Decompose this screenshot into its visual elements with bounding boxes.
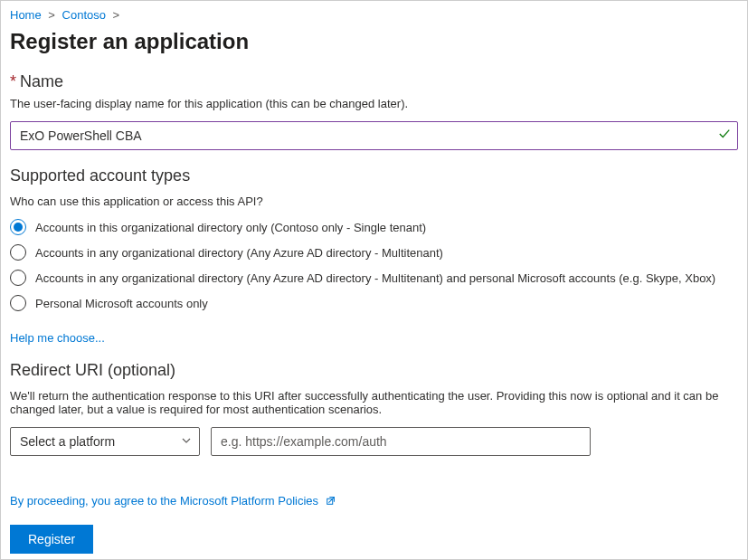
account-types-radio-group: Accounts in this organizational director… bbox=[10, 219, 738, 311]
external-link-icon bbox=[326, 495, 336, 508]
policy-link-text: By proceeding, you agree to the Microsof… bbox=[10, 494, 318, 508]
chevron-down-icon bbox=[181, 434, 192, 449]
radio-personal-only[interactable]: Personal Microsoft accounts only bbox=[10, 295, 738, 311]
checkmark-icon bbox=[718, 128, 731, 144]
help-me-choose-link[interactable]: Help me choose... bbox=[10, 331, 105, 345]
name-input-wrapper bbox=[10, 121, 738, 150]
radio-label: Accounts in any organizational directory… bbox=[35, 271, 715, 285]
radio-icon bbox=[10, 219, 26, 235]
redirect-uri-input[interactable] bbox=[211, 427, 591, 456]
radio-label: Personal Microsoft accounts only bbox=[35, 297, 208, 310]
radio-label: Accounts in any organizational directory… bbox=[35, 246, 443, 260]
breadcrumb-home[interactable]: Home bbox=[10, 8, 42, 22]
policy-row: By proceeding, you agree to the Microsof… bbox=[10, 494, 738, 508]
page-title: Register an application bbox=[10, 29, 738, 54]
radio-icon bbox=[10, 244, 26, 261]
radio-label: Accounts in this organizational director… bbox=[35, 221, 426, 234]
name-label-text: Name bbox=[20, 72, 63, 90]
radio-multitenant-personal[interactable]: Accounts in any organizational directory… bbox=[10, 270, 738, 286]
breadcrumb-separator: > bbox=[48, 8, 55, 22]
redirect-uri-heading: Redirect URI (optional) bbox=[10, 361, 738, 380]
account-types-heading: Supported account types bbox=[10, 166, 738, 185]
radio-icon bbox=[10, 270, 26, 286]
platform-policies-link[interactable]: By proceeding, you agree to the Microsof… bbox=[10, 494, 336, 508]
redirect-uri-description: We'll return the authentication response… bbox=[10, 389, 738, 416]
name-input[interactable] bbox=[10, 121, 738, 150]
name-label: *Name bbox=[10, 72, 738, 91]
platform-select[interactable]: Select a platform bbox=[10, 427, 200, 456]
required-asterisk: * bbox=[10, 72, 16, 90]
breadcrumb-contoso[interactable]: Contoso bbox=[62, 8, 106, 22]
breadcrumb-separator: > bbox=[113, 8, 120, 22]
name-description: The user-facing display name for this ap… bbox=[10, 97, 738, 110]
radio-single-tenant[interactable]: Accounts in this organizational director… bbox=[10, 219, 738, 235]
radio-icon bbox=[10, 295, 26, 311]
account-types-question: Who can use this application or access t… bbox=[10, 195, 738, 208]
platform-select-value: Select a platform bbox=[20, 434, 115, 449]
redirect-row: Select a platform bbox=[10, 427, 738, 456]
breadcrumb: Home > Contoso > bbox=[10, 8, 738, 22]
register-button[interactable]: Register bbox=[10, 525, 93, 554]
radio-multitenant[interactable]: Accounts in any organizational directory… bbox=[10, 244, 738, 261]
